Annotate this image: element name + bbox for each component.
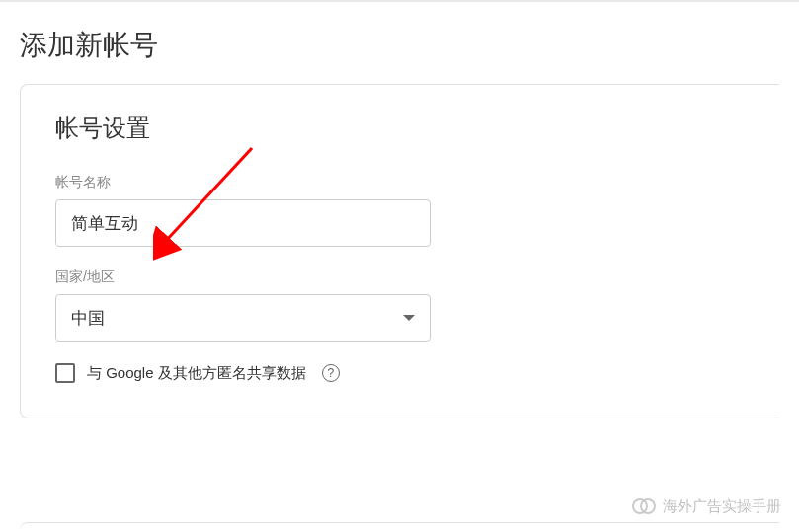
page-title: 添加新帐号	[0, 2, 799, 84]
watermark: 海外广告实操手册	[632, 495, 781, 517]
card-title: 帐号设置	[55, 113, 745, 144]
account-settings-card: 帐号设置 帐号名称 国家/地区 中国 与 Google 及其他方匿名共享数据 ?	[20, 84, 779, 418]
wechat-icon	[632, 495, 658, 517]
country-group: 国家/地区 中国	[55, 268, 745, 342]
next-card-edge	[20, 522, 779, 532]
account-name-input[interactable]	[55, 199, 431, 247]
watermark-text: 海外广告实操手册	[663, 497, 781, 516]
country-select-value: 中国	[71, 307, 105, 330]
account-name-group: 帐号名称	[55, 174, 745, 247]
country-label: 国家/地区	[55, 268, 745, 286]
anon-share-row: 与 Google 及其他方匿名共享数据 ?	[55, 363, 745, 383]
chevron-down-icon	[403, 315, 415, 321]
account-name-label: 帐号名称	[55, 174, 745, 191]
anon-share-label: 与 Google 及其他方匿名共享数据	[87, 364, 306, 383]
help-icon[interactable]: ?	[322, 364, 340, 382]
country-select[interactable]: 中国	[55, 294, 431, 342]
anon-share-checkbox[interactable]	[55, 363, 75, 383]
